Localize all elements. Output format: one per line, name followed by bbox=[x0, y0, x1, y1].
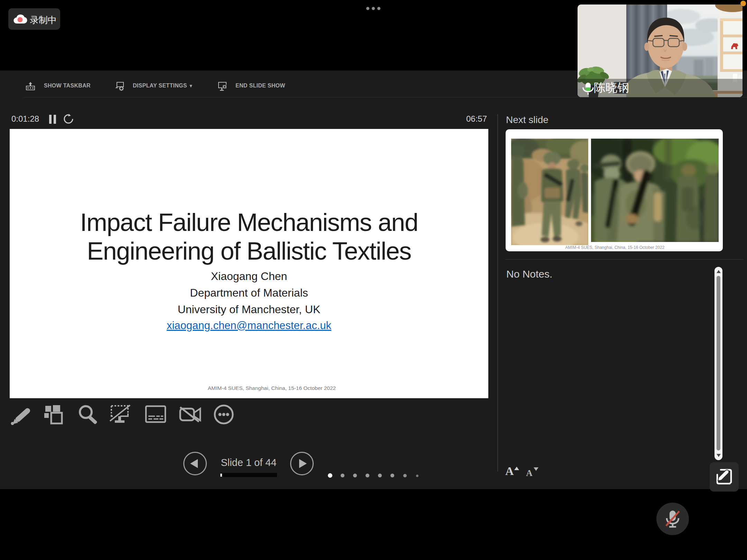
svg-text:陈晓钢: 陈晓钢 bbox=[594, 81, 629, 94]
